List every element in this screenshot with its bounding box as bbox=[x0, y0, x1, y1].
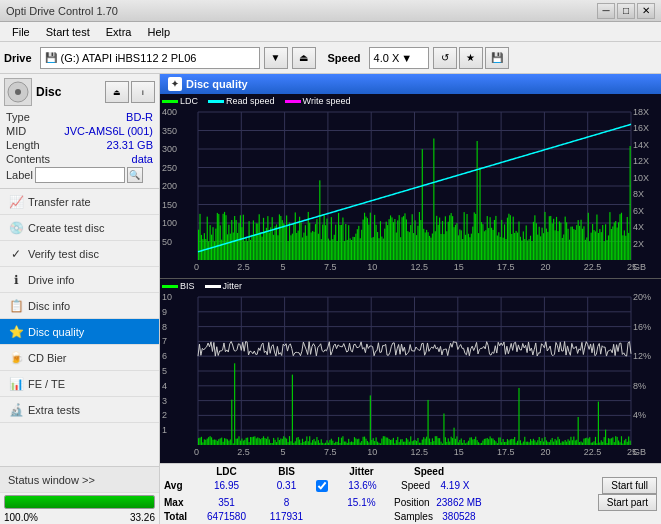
avg-ldc: 16.95 bbox=[194, 480, 259, 491]
disc-type-label: Type bbox=[6, 111, 30, 123]
disc-label-btn[interactable]: 🔍 bbox=[127, 167, 143, 183]
disc-type-row: Type BD-R bbox=[4, 110, 155, 124]
disc-quality-header: ✦ Disc quality bbox=[160, 74, 661, 94]
drive-value: (G:) ATAPI iHBS112 2 PL06 bbox=[61, 52, 197, 64]
sidebar-item-disc-info-label: Disc info bbox=[28, 300, 70, 312]
sidebar-item-drive-info[interactable]: ℹ Drive info bbox=[0, 267, 159, 293]
ldc-chart bbox=[160, 94, 661, 278]
disc-type-value: BD-R bbox=[126, 111, 153, 123]
maximize-button[interactable]: □ bbox=[617, 3, 635, 19]
max-bis: 8 bbox=[259, 497, 314, 508]
read-speed-legend-item: Read speed bbox=[208, 96, 275, 106]
avg-label: Avg bbox=[164, 480, 194, 491]
ldc-legend-color bbox=[162, 100, 178, 103]
app-title: Opti Drive Control 1.70 bbox=[6, 5, 118, 17]
speed-refresh-btn[interactable]: ↺ bbox=[433, 47, 457, 69]
speed-value: 4.0 X bbox=[374, 52, 400, 64]
avg-jitter: 13.6% bbox=[330, 480, 395, 491]
stats-total-row: Total 6471580 117931 Samples 380528 bbox=[164, 511, 657, 522]
drive-label: Drive bbox=[4, 52, 32, 64]
svg-point-1 bbox=[15, 89, 21, 95]
transfer-rate-icon: 📈 bbox=[8, 194, 24, 210]
menu-start-test[interactable]: Start test bbox=[38, 24, 98, 40]
titlebar: Opti Drive Control 1.70 ─ □ ✕ bbox=[0, 0, 661, 22]
sidebar: Disc ⏏ i Type BD-R MID JVC-AMS6L (001) L… bbox=[0, 74, 160, 524]
menubar: File Start test Extra Help bbox=[0, 22, 661, 42]
samples-label: Samples bbox=[394, 511, 429, 522]
write-speed-legend-label: Write speed bbox=[303, 96, 351, 106]
disc-mid-label: MID bbox=[6, 125, 26, 137]
menu-extra[interactable]: Extra bbox=[98, 24, 140, 40]
sidebar-item-transfer-rate-label: Transfer rate bbox=[28, 196, 91, 208]
sidebar-item-disc-info[interactable]: 📋 Disc info bbox=[0, 293, 159, 319]
stats-avg-row: Avg 16.95 0.31 13.6% Speed 4.19 X Start … bbox=[164, 477, 657, 494]
read-speed-legend-label: Read speed bbox=[226, 96, 275, 106]
sidebar-item-extra-tests[interactable]: 🔬 Extra tests bbox=[0, 397, 159, 423]
progress-bar-fill bbox=[5, 496, 154, 508]
stats-max-row: Max 351 8 15.1% Position 23862 MB Start … bbox=[164, 494, 657, 511]
samples-value: 380528 bbox=[429, 511, 489, 522]
speed-select[interactable]: 4.0 X ▼ bbox=[369, 47, 429, 69]
sidebar-item-verify-test-disc[interactable]: ✓ Verify test disc bbox=[0, 241, 159, 267]
ldc-chart-area: LDC Read speed Write speed bbox=[160, 94, 661, 279]
sidebar-item-transfer-rate[interactable]: 📈 Transfer rate bbox=[0, 189, 159, 215]
drivebar: Drive 💾 (G:) ATAPI iHBS112 2 PL06 ▼ ⏏ Sp… bbox=[0, 42, 661, 74]
drive-dropdown-btn[interactable]: ▼ bbox=[264, 47, 288, 69]
jitter-checkbox[interactable] bbox=[316, 480, 328, 492]
status-window-btn[interactable]: Status window >> bbox=[0, 467, 159, 493]
stats-header-row: LDC BIS Jitter Speed bbox=[164, 466, 657, 477]
status-right-value: 33.26 bbox=[130, 512, 155, 523]
jitter-legend-label: Jitter bbox=[223, 281, 243, 291]
disc-icon bbox=[4, 78, 32, 106]
disc-mid-row: MID JVC-AMS6L (001) bbox=[4, 124, 155, 138]
disc-length-value: 23.31 GB bbox=[107, 139, 153, 151]
sidebar-item-fe-te[interactable]: 📊 FE / TE bbox=[0, 371, 159, 397]
bis-legend-item: BIS bbox=[162, 281, 195, 291]
menu-file[interactable]: File bbox=[4, 24, 38, 40]
jitter-legend-item: Jitter bbox=[205, 281, 243, 291]
disc-quality-header-icon: ✦ bbox=[168, 77, 182, 91]
speed-buttons: ↺ ★ 💾 bbox=[433, 47, 509, 69]
window-controls: ─ □ ✕ bbox=[597, 3, 655, 19]
progress-bar-container bbox=[4, 495, 155, 509]
disc-length-row: Length 23.31 GB bbox=[4, 138, 155, 152]
bis-chart bbox=[160, 279, 661, 463]
start-part-button[interactable]: Start part bbox=[598, 494, 657, 511]
col-speed: Speed bbox=[394, 466, 464, 477]
disc-eject-btn[interactable]: ⏏ bbox=[105, 81, 129, 103]
total-ldc: 6471580 bbox=[194, 511, 259, 522]
total-bis: 117931 bbox=[259, 511, 314, 522]
avg-bis: 0.31 bbox=[259, 480, 314, 491]
disc-label-input[interactable] bbox=[35, 167, 125, 183]
verify-test-disc-icon: ✓ bbox=[8, 246, 24, 262]
ldc-legend-item: LDC bbox=[162, 96, 198, 106]
sidebar-item-verify-test-disc-label: Verify test disc bbox=[28, 248, 99, 260]
speed-star-btn[interactable]: ★ bbox=[459, 47, 483, 69]
drive-select[interactable]: 💾 (G:) ATAPI iHBS112 2 PL06 bbox=[40, 47, 260, 69]
sidebar-item-cd-bier[interactable]: 🍺 CD Bier bbox=[0, 345, 159, 371]
sidebar-item-create-test-disc[interactable]: 💿 Create test disc bbox=[0, 215, 159, 241]
sidebar-item-extra-tests-label: Extra tests bbox=[28, 404, 80, 416]
write-speed-legend-item: Write speed bbox=[285, 96, 351, 106]
disc-info-btn[interactable]: i bbox=[131, 81, 155, 103]
sidebar-item-disc-quality[interactable]: ⭐ Disc quality bbox=[0, 319, 159, 345]
start-full-button[interactable]: Start full bbox=[602, 477, 657, 494]
speed-save-btn[interactable]: 💾 bbox=[485, 47, 509, 69]
status-bottom: 100.0% 33.26 bbox=[0, 511, 159, 524]
max-jitter: 15.1% bbox=[329, 497, 394, 508]
stats-bar: LDC BIS Jitter Speed Avg 16.95 0.31 13.6… bbox=[160, 463, 661, 524]
close-button[interactable]: ✕ bbox=[637, 3, 655, 19]
minimize-button[interactable]: ─ bbox=[597, 3, 615, 19]
main-layout: Disc ⏏ i Type BD-R MID JVC-AMS6L (001) L… bbox=[0, 74, 661, 524]
avg-speed-label: Speed bbox=[395, 480, 430, 491]
speed-dropdown-arrow: ▼ bbox=[401, 52, 412, 64]
eject-button[interactable]: ⏏ bbox=[292, 47, 316, 69]
disc-label-row: Label 🔍 bbox=[4, 166, 155, 184]
bis-legend-color bbox=[162, 285, 178, 288]
disc-contents-row: Contents data bbox=[4, 152, 155, 166]
col-ldc: LDC bbox=[194, 466, 259, 477]
menu-help[interactable]: Help bbox=[139, 24, 178, 40]
disc-contents-value: data bbox=[132, 153, 153, 165]
create-test-disc-icon: 💿 bbox=[8, 220, 24, 236]
sidebar-item-drive-info-label: Drive info bbox=[28, 274, 74, 286]
